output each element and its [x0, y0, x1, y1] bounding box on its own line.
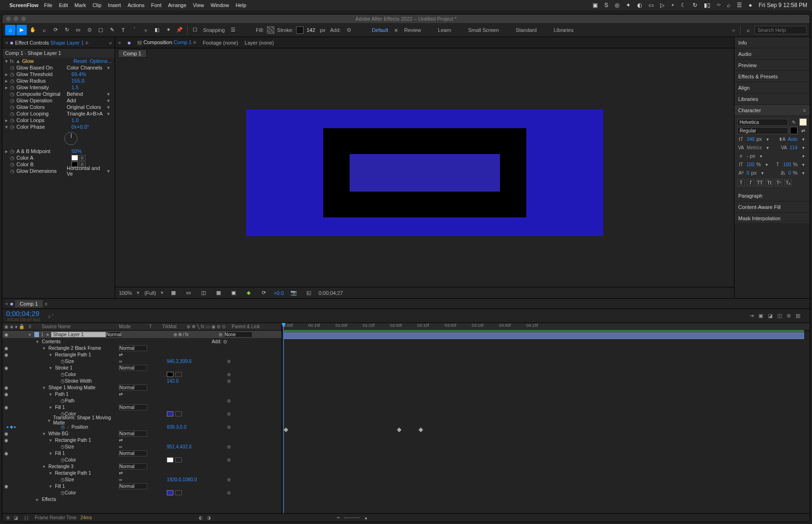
twirl-icon[interactable]: ▾ — [49, 365, 55, 370]
frontmost-app[interactable]: ScreenFlow — [9, 2, 39, 8]
timeline-time-area[interactable]: 0:00f 00:15f 01:00f 01:15f 02:00f 02:15f… — [282, 323, 810, 513]
stopwatch-icon[interactable]: ◷ — [61, 477, 65, 482]
clock-icon[interactable]: ↻ — [693, 2, 697, 8]
3d-icon[interactable]: ▣ — [228, 288, 239, 298]
allcaps-button[interactable]: TT — [756, 179, 764, 186]
swap-colors-icon[interactable]: ⇄ — [799, 128, 807, 133]
stopwatch-icon[interactable]: ◷ — [61, 359, 65, 364]
close-tab-icon[interactable]: × — [5, 40, 8, 46]
font-style-select[interactable]: Regular — [737, 127, 788, 134]
constrain-icon[interactable]: ∞ — [119, 477, 122, 482]
keyframe-diamond[interactable] — [284, 428, 289, 432]
shy-icon[interactable]: ◪ — [768, 313, 773, 319]
expression-pickwhip-icon[interactable]: ⊚ — [227, 490, 234, 495]
status-icon[interactable]: ▭ — [648, 2, 654, 8]
audio-panel-header[interactable]: Audio — [734, 48, 810, 60]
constrain-icon[interactable]: ∞ — [119, 444, 122, 449]
path-group[interactable]: Rectangle Path 1 — [55, 352, 91, 357]
effect-controls-tab[interactable]: Effect Controls Shape Layer 1 ≡ — [15, 40, 88, 46]
hand-tool-icon[interactable]: ✋ — [28, 25, 38, 35]
snapshot-icon[interactable]: 📷 — [289, 288, 299, 298]
twirl-icon[interactable]: ▸ — [5, 71, 10, 77]
panel-menu-icon[interactable]: ≡ — [803, 108, 806, 113]
video-toggle-icon[interactable]: ◉ — [4, 365, 8, 370]
stopwatch-icon[interactable]: ◷ — [10, 71, 16, 77]
col-t[interactable]: T — [149, 324, 162, 329]
toggle-switches-icon[interactable]: ⊕ — [6, 515, 10, 520]
workspace-review[interactable]: Review — [404, 27, 421, 33]
menu-edit[interactable]: Edit — [59, 2, 68, 8]
eyedropper-icon[interactable]: ⊘ — [79, 155, 86, 161]
prop-value[interactable]: 839.3,0.0 — [167, 424, 187, 430]
prop-value[interactable]: 1.5 — [71, 85, 112, 90]
eyedropper-icon[interactable] — [175, 490, 182, 495]
stopwatch-icon[interactable]: ◷ — [61, 398, 65, 403]
blend-mode-select[interactable]: Normal — [119, 404, 147, 410]
path-group[interactable]: Rectangle Path 1 — [55, 438, 91, 443]
rectangle-tool-icon[interactable]: ▢ — [95, 25, 106, 35]
dropdown-icon[interactable]: ▾ — [107, 111, 112, 117]
toggle-mask-icon[interactable]: ▭ — [183, 288, 194, 298]
draft3d-icon[interactable]: ▣ — [758, 313, 763, 319]
path-op-icon[interactable]: ⇄ — [119, 392, 123, 397]
comp-subtab[interactable]: Comp 1 — [118, 49, 147, 58]
col-number[interactable]: # — [29, 324, 42, 329]
exposure-value[interactable]: +0.0 — [273, 290, 284, 296]
stopwatch-icon[interactable]: ◷ — [10, 98, 16, 104]
prop-value[interactable]: 142.0 — [167, 378, 179, 384]
col-mode[interactable]: Mode — [119, 324, 149, 329]
stopwatch-active-icon[interactable]: ◷ — [61, 424, 65, 430]
video-toggle-icon[interactable]: ◉ — [4, 346, 8, 351]
stopwatch-icon[interactable]: ◷ — [10, 85, 16, 91]
leading-value[interactable]: Auto — [788, 137, 797, 142]
baseline-value[interactable]: 0 — [747, 170, 750, 176]
dropdown-icon[interactable]: ▾ — [107, 168, 112, 174]
path-group[interactable]: Path 1 — [55, 392, 69, 397]
twirl-icon[interactable]: ▾ — [36, 339, 42, 344]
snapping-options-icon[interactable]: ☰ — [228, 25, 238, 35]
user-icon[interactable]: ● — [749, 2, 752, 8]
rotate-tool-icon[interactable]: ↻ — [62, 25, 72, 35]
zoom-in-icon[interactable]: ▲ — [364, 515, 368, 520]
video-toggle-icon[interactable]: ◉ — [4, 405, 8, 410]
region-icon[interactable]: ◫ — [198, 288, 209, 298]
twirl-icon[interactable]: ▸ — [5, 148, 10, 154]
menu-help[interactable]: Help — [235, 2, 246, 8]
twirl-icon[interactable]: ▾ — [49, 484, 55, 489]
expression-pickwhip-icon[interactable]: ⊚ — [227, 378, 234, 384]
frame-blend-icon[interactable]: ◫ — [777, 313, 782, 319]
twirl-icon[interactable]: ▾ — [49, 470, 55, 476]
kerning-value[interactable]: Metrics — [747, 145, 762, 150]
expression-pickwhip-icon[interactable]: ⊚ — [227, 444, 234, 449]
work-area-bar[interactable] — [283, 330, 804, 332]
info-panel-header[interactable]: Info — [734, 37, 810, 48]
color-swatch[interactable] — [167, 457, 173, 462]
fx-icon[interactable]: fx — [10, 58, 16, 64]
font-size-value[interactable]: 340 — [747, 137, 755, 142]
video-toggle-icon[interactable]: ◉ — [4, 332, 8, 337]
prop-value[interactable]: Color Channels — [67, 65, 107, 70]
twirl-icon[interactable]: ▾ — [49, 438, 55, 443]
workspace-standard[interactable]: Standard — [516, 27, 537, 33]
mask-interpolation-header[interactable]: Mask Interpolation — [734, 213, 810, 224]
prop-value[interactable]: Horizontal and Ve — [67, 165, 107, 177]
anchor-tool-icon[interactable]: ⊙ — [84, 25, 94, 35]
composition-viewer[interactable] — [115, 59, 734, 287]
path-op-icon[interactable]: ⇄ — [119, 470, 123, 476]
twirl-icon[interactable]: ▾ — [29, 332, 34, 337]
fill-color-swatch[interactable] — [799, 118, 807, 126]
prop-value[interactable]: 1.0 — [71, 117, 112, 123]
shape-group[interactable]: Rectangle 3 — [48, 464, 73, 469]
pickwhip-icon[interactable]: ⊚ — [219, 332, 222, 337]
menu-window[interactable]: Window — [211, 2, 229, 8]
show-snapshot-icon[interactable]: ◱ — [304, 288, 314, 298]
video-toggle-icon[interactable]: ◉ — [4, 352, 8, 357]
clone-tool-icon[interactable]: ⟐ — [141, 25, 151, 35]
workspace-libraries[interactable]: Libraries — [554, 27, 573, 33]
video-toggle-icon[interactable]: ◉ — [4, 451, 8, 456]
wifi-icon[interactable]: ⌔ — [717, 2, 720, 8]
control-center-icon[interactable]: ☰ — [737, 2, 742, 8]
twirl-icon[interactable]: ▾ — [49, 405, 55, 410]
search-icon[interactable]: ⌕ — [743, 25, 753, 35]
prop-value[interactable]: 50% — [71, 148, 112, 154]
